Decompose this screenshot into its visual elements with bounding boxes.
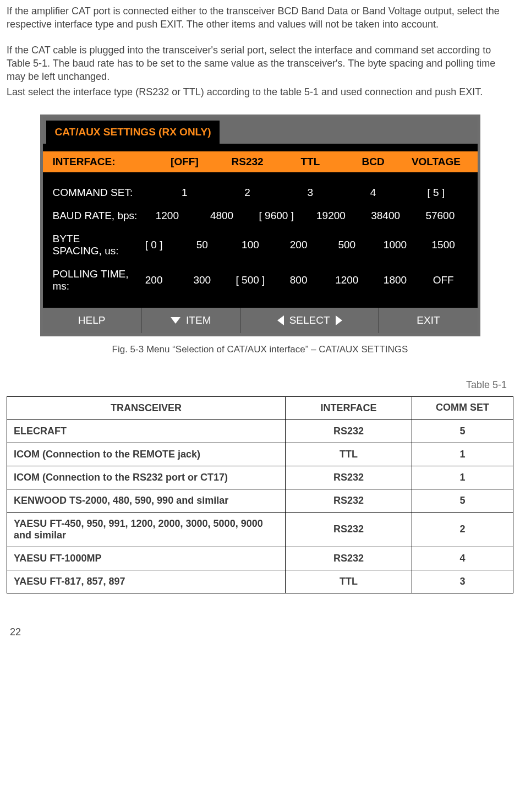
screen-title: CAT/AUX SETTINGS (RX ONLY) <box>46 121 220 144</box>
table-row: ELECRAFTRS2325 <box>7 419 513 443</box>
opt-1000[interactable]: 1000 <box>371 239 419 251</box>
table-label: Table 5-1 <box>7 379 507 391</box>
row-interface-label: INTERFACE: <box>53 156 154 168</box>
row-commandset[interactable]: COMMAND SET: 1 2 3 4 [ 5 ] <box>43 181 478 204</box>
device-screen: CAT/AUX SETTINGS (RX ONLY) INTERFACE: [O… <box>40 115 480 336</box>
opt-4[interactable]: 4 <box>342 187 404 199</box>
opt-1200[interactable]: 1200 <box>140 210 194 222</box>
row-polling-label: POLLING TIME, ms: <box>53 268 130 292</box>
opt-5[interactable]: [ 5 ] <box>404 187 467 199</box>
paragraph-2b: Last select the interface type (RS232 or… <box>7 85 513 99</box>
bottom-bar: HELP ITEM SELECT EXIT <box>43 308 478 333</box>
opt-p1200[interactable]: 1200 <box>322 274 371 286</box>
opt-2[interactable]: 2 <box>216 187 279 199</box>
row-bytespacing-label: BYTE SPACING, us: <box>53 233 130 257</box>
opt-3[interactable]: 3 <box>279 187 342 199</box>
figure-caption: Fig. 5-3 Menu “Selection of CAT/AUX inte… <box>7 344 513 355</box>
opt-200[interactable]: 200 <box>275 239 323 251</box>
opt-off[interactable]: [OFF] <box>153 156 216 168</box>
th-commset: COMM SET <box>412 396 513 419</box>
opt-50[interactable]: 50 <box>178 239 226 251</box>
row-baud-label: BAUD RATE, bps: <box>53 210 140 222</box>
opt-100[interactable]: 100 <box>226 239 275 251</box>
row-polling[interactable]: POLLING TIME, ms: 200 300 [ 500 ] 800 12… <box>43 263 478 298</box>
table-row: YAESU FT-1000MPRS2324 <box>7 547 513 570</box>
opt-p200[interactable]: 200 <box>130 274 178 286</box>
opt-9600[interactable]: [ 9600 ] <box>249 210 304 222</box>
opt-p500[interactable]: [ 500 ] <box>226 274 275 286</box>
row-commandset-label: COMMAND SET: <box>53 187 154 199</box>
opt-poff[interactable]: OFF <box>419 274 468 286</box>
opt-1500[interactable]: 1500 <box>419 239 468 251</box>
th-interface: INTERFACE <box>286 396 412 419</box>
opt-4800[interactable]: 4800 <box>194 210 249 222</box>
item-button[interactable]: ITEM <box>142 308 241 333</box>
transceiver-table: TRANSCEIVER INTERFACE COMM SET ELECRAFTR… <box>7 396 513 593</box>
opt-rs232[interactable]: RS232 <box>216 156 279 168</box>
table-row: YAESU FT-450, 950, 991, 1200, 2000, 3000… <box>7 512 513 547</box>
exit-button[interactable]: EXIT <box>379 308 477 333</box>
opt-1[interactable]: 1 <box>153 187 216 199</box>
help-button[interactable]: HELP <box>43 308 142 333</box>
chevron-right-icon <box>336 315 342 325</box>
opt-voltage[interactable]: VOLTAGE <box>404 156 467 168</box>
opt-ttl[interactable]: TTL <box>279 156 342 168</box>
opt-500[interactable]: 500 <box>322 239 371 251</box>
table-row: ICOM (Connection to the RS232 port or CT… <box>7 466 513 489</box>
opt-p300[interactable]: 300 <box>178 274 226 286</box>
chevron-down-icon <box>171 317 180 324</box>
opt-bcd[interactable]: BCD <box>342 156 404 168</box>
row-bytespacing[interactable]: BYTE SPACING, us: [ 0 ] 50 100 200 500 1… <box>43 227 478 263</box>
page-number: 22 <box>10 626 513 638</box>
opt-19200[interactable]: 19200 <box>304 210 358 222</box>
paragraph-2a: If the CAT cable is plugged into the tra… <box>7 43 513 84</box>
opt-p1800[interactable]: 1800 <box>371 274 419 286</box>
th-transceiver: TRANSCEIVER <box>7 396 286 419</box>
table-row: YAESU FT-817, 857, 897TTL3 <box>7 570 513 593</box>
opt-p800[interactable]: 800 <box>275 274 323 286</box>
row-baud[interactable]: BAUD RATE, bps: 1200 4800 [ 9600 ] 19200… <box>43 204 478 227</box>
chevron-left-icon <box>277 315 284 325</box>
table-row: KENWOOD TS-2000, 480, 590, 990 and simil… <box>7 489 513 512</box>
opt-38400[interactable]: 38400 <box>358 210 413 222</box>
table-row: ICOM (Connection to the REMOTE jack)TTL1 <box>7 443 513 466</box>
select-button[interactable]: SELECT <box>241 308 379 333</box>
row-interface[interactable]: INTERFACE: [OFF] RS232 TTL BCD VOLTAGE <box>43 151 478 172</box>
paragraph-1: If the amplifier CAT port is connected e… <box>7 4 513 31</box>
opt-57600[interactable]: 57600 <box>413 210 467 222</box>
opt-0[interactable]: [ 0 ] <box>130 239 178 251</box>
